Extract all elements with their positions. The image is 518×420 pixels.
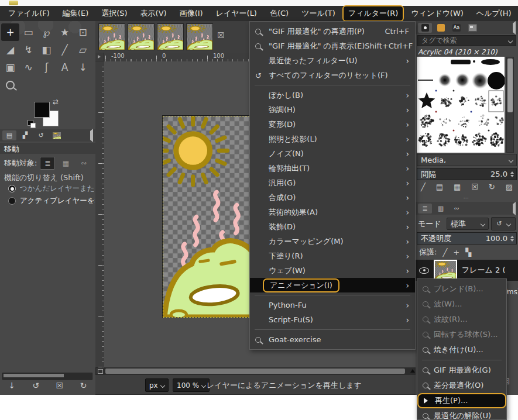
refresh-brushes-button[interactable]: ↻ [489,183,495,191]
tool-gradient[interactable]: ◧ [37,41,56,58]
visibility-eye-icon[interactable] [419,267,429,274]
tab-tool-options[interactable]: ▤ [2,130,16,140]
tool-paths[interactable]: ʃ [37,58,56,76]
radio-pick-layer[interactable]: つかんだレイヤーまたは [8,184,95,194]
menu-item[interactable]: 回転する球体(S)... [417,327,506,342]
default-colors-icon[interactable] [28,120,36,128]
image-tab[interactable] [157,23,184,50]
quick-mask-button[interactable] [95,367,104,375]
menubar-item[interactable]: レイヤー(L) [210,5,263,22]
lock-pixels-icon[interactable]: ╱ [442,248,447,257]
spinner-icons[interactable] [510,236,514,242]
lock-alpha-icon[interactable]: ▚ [465,248,471,257]
foreground-color-swatch[interactable] [34,102,50,118]
move-layer-button[interactable]: ≣ [40,157,55,170]
lock-position-icon[interactable]: + [453,248,459,257]
layer-name[interactable]: フレーム 2 ( [462,265,506,276]
menu-item[interactable]: 差分最適化(O) [417,378,506,393]
tab-undo-history[interactable]: ↺ [34,130,48,140]
tab-patterns[interactable] [434,23,448,33]
zoom-select[interactable]: 100 % [173,378,210,392]
tool-free-select[interactable]: ℘ [37,23,56,41]
brush-media-select[interactable]: Media, [417,154,517,166]
duplicate-brush-button[interactable]: ▦ [454,183,461,191]
canvas-horizontal-scrollbar[interactable] [104,367,410,375]
tool-text[interactable]: A [56,58,74,76]
menu-item[interactable]: "GIF 用最適化" の再表示(E)Shift+Ctrl+F [250,39,415,53]
layer-mode-select[interactable]: 標準 [447,218,489,230]
mode-switch-buttons[interactable]: ↺ [491,217,516,230]
reset-tool-button[interactable]: ↻ [76,381,91,390]
delete-brush-button[interactable]: ☒ [471,183,478,191]
dock-menu-button[interactable] [90,131,93,140]
menu-item[interactable]: ぼかし(B)› [250,88,415,102]
menu-item[interactable]: Goat-exercise [250,332,415,347]
tool-eraser[interactable]: ▱ [74,41,92,58]
menubar-item[interactable]: 色(C) [264,5,294,22]
menu-item[interactable]: 芸術的効果(A)› [250,205,415,219]
tab-document-history[interactable] [465,23,479,33]
menu-item[interactable]: 装飾(D)› [250,219,415,234]
menu-item[interactable]: 波紋(R)... [417,312,506,327]
menu-item[interactable]: ノイズ(N)› [250,146,415,161]
menu-item[interactable]: GIF 用最適化(G) [417,363,506,378]
edit-brush-button[interactable]: ╱ [421,183,426,191]
brush-search-input[interactable]: タグで検索 [417,35,516,46]
tab-paths[interactable]: ∾ [450,204,464,214]
tab-brushes[interactable] [418,23,432,33]
spinner-icons[interactable] [510,171,514,177]
tool-paintbrush[interactable]: ╱ [56,41,74,58]
close-tab-icon[interactable]: ☒ [217,31,225,39]
menu-item[interactable]: 波(W)... [417,297,506,312]
menu-item[interactable]: ブレンド(B)... [417,281,506,297]
menu-item[interactable]: 輪郭抽出(T)› [250,161,415,175]
menu-item[interactable]: アニメーション(I)› [250,278,415,292]
tool-color-picker[interactable]: ↓ [74,58,92,76]
brush-spacing-slider[interactable]: 間隔 25.0 [417,168,517,180]
brush-grid-scrollbar[interactable] [506,57,514,153]
menu-item[interactable]: Script-Fu(S)› [250,312,415,327]
menu-item[interactable]: 合成(O)› [250,190,415,205]
tab-fonts[interactable]: Aa [450,23,464,33]
vertical-ruler[interactable] [95,61,104,367]
unit-select[interactable]: px [145,378,169,392]
tool-options-scrollbar[interactable] [2,373,92,380]
menu-item[interactable]: 最適化の解除(U) [417,408,506,420]
menubar-item[interactable]: 編集(E) [57,5,94,22]
tool-crop[interactable]: ⊡ [74,23,92,41]
image-tab[interactable] [128,23,155,50]
dock-menu-button[interactable] [513,204,516,213]
menubar-item[interactable]: ヘルプ(H) [471,5,517,22]
tool-fuzzy-select[interactable]: ★ [56,23,74,41]
menu-item[interactable]: Python-Fu› [250,298,415,312]
menubar-item[interactable]: ウィンドウ(W) [405,5,469,22]
layer-row-frame2[interactable]: フレーム 2 ( [416,260,518,281]
menu-item[interactable]: 変形(D)› [250,117,415,132]
move-selection-button[interactable]: ▦ [58,157,73,170]
menu-item[interactable]: ↺すべてのフィルターのリセット(F) [250,68,415,82]
menubar-item[interactable]: ツール(T) [296,5,341,22]
menu-item[interactable]: 下塗り(R)› [250,249,415,263]
restore-preset-button[interactable]: ↺ [28,381,43,390]
dock-splitter-handle[interactable]: ⋯ [416,196,518,201]
tool-rectangle-select[interactable]: ▭ [19,23,37,41]
menu-item[interactable]: カラーマッピング(M)› [250,234,415,249]
scrollbar-thumb[interactable] [105,369,405,374]
new-brush-button[interactable]: ▤ [436,183,443,191]
menubar-item[interactable]: 選択(S) [95,5,133,22]
scrollbar-thumb[interactable] [4,374,64,377]
tab-channels[interactable]: ▥ [434,204,448,214]
dock-menu-button[interactable] [513,23,516,32]
layer-opacity-slider[interactable]: 不透明度 100.0 [417,232,517,245]
image-tab[interactable] [186,23,213,50]
menu-item[interactable]: 再生(P)... [417,393,506,408]
menu-item[interactable]: 照明と投影(L)› [250,132,415,146]
image-tab[interactable] [98,23,125,50]
menu-item[interactable]: 焼き付け(U)... [417,342,506,357]
tool-zoom[interactable] [1,76,19,94]
menubar-item[interactable]: 画像(I) [174,5,209,22]
tool-warp-transform[interactable]: ↯ [19,41,37,58]
canvas-image[interactable] [163,116,253,318]
move-path-button[interactable]: ∾ [76,157,91,170]
menu-item[interactable]: "GIF 用最適化" の再適用(P)Ctrl+F [250,24,415,39]
